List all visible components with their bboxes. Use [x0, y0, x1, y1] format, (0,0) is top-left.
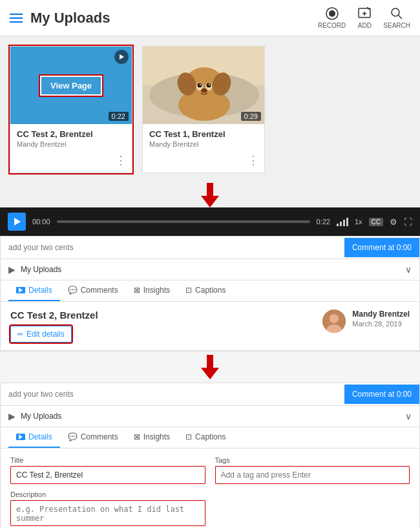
tab-comments-2[interactable]: 💬 Comments [60, 427, 126, 448]
edit-form-panel: Title Description Tags [1, 449, 419, 528]
speed-control[interactable]: 1x [355, 218, 362, 226]
comment-button-2[interactable]: Comment at 0:00 [344, 385, 419, 404]
comment-input-row-1: Comment at 0:00 [1, 237, 419, 259]
more-options-2[interactable]: ⋮ [247, 153, 259, 167]
svg-point-6 [392, 8, 399, 16]
tab-play-icon-1 [16, 287, 25, 293]
folder-row-1: ▶ My Uploads ∨ [1, 259, 419, 280]
form-row-main: Title Description Tags [10, 456, 410, 528]
play-button[interactable] [8, 213, 26, 231]
details-right-1: Mandy Brentzel March 28, 2019 [322, 310, 410, 333]
add-button[interactable]: ADD [357, 6, 372, 29]
details-panel-1: CC Test 2, Brentzel ✏ Edit details Mandy… [1, 302, 419, 351]
thumb-title-1: CC Test 2, Brentzel [17, 129, 125, 139]
header: My Uploads RECORD ADD SEARCH [0, 0, 420, 36]
arrow-1 [0, 183, 420, 207]
thumbnail-image-1: View Page 0:22 [10, 47, 132, 124]
arrow-2 [0, 352, 420, 383]
tab-captions-1[interactable]: ⊡ Captions [178, 280, 233, 301]
comment-section-2: Comment at 0:00 ▶ My Uploads ∨ Details 💬… [0, 383, 420, 528]
tab-insights-1[interactable]: ⊠ Insights [126, 280, 178, 301]
svg-point-22 [201, 89, 207, 93]
description-field: Description [10, 491, 205, 528]
pencil-icon: ✏ [17, 330, 23, 339]
comment-input-1[interactable] [1, 237, 344, 259]
time-total: 0:22 [317, 218, 330, 226]
svg-point-25 [330, 314, 339, 323]
tabs-row-1: Details 💬 Comments ⊠ Insights ⊡ Captions [1, 280, 419, 302]
play-icon-1 [114, 50, 129, 64]
svg-point-19 [207, 83, 211, 88]
volume-icon [337, 217, 348, 226]
comment-button-1[interactable]: Comment at 0:00 [344, 238, 419, 257]
progress-bar[interactable] [57, 220, 310, 223]
tags-field: Tags [215, 456, 410, 484]
time-current: 00:00 [32, 218, 50, 226]
svg-marker-27 [19, 434, 23, 439]
thumbnail-image-2: 0:29 [143, 47, 264, 124]
title-field: Title [10, 456, 205, 484]
svg-marker-8 [120, 54, 124, 59]
tab-comments-1[interactable]: 💬 Comments [60, 280, 126, 301]
avatar-image [322, 310, 346, 333]
tab-details-2[interactable]: Details [8, 427, 60, 448]
chevron-down-2[interactable]: ∨ [405, 411, 412, 421]
comment-bubble-icon-1: 💬 [68, 286, 78, 295]
chevron-down-1[interactable]: ∨ [405, 264, 412, 275]
comment-input-row-2: Comment at 0:00 [1, 383, 419, 406]
thumbnail-card-2[interactable]: 0:29 CC Test 1, Brentzel Mandy Brentzel … [142, 46, 265, 173]
comment-input-2[interactable] [1, 383, 344, 405]
details-author-block-1: Mandy Brentzel March 28, 2019 [352, 310, 410, 328]
tabs-row-2: Details 💬 Comments ⊠ Insights ⊡ Captions [1, 427, 419, 449]
tab-insights-2[interactable]: ⊠ Insights [126, 427, 178, 448]
thumbnail-card-1[interactable]: View Page 0:22 CC Test 2, Brentzel Mandy… [10, 46, 132, 173]
page-title: My Uploads [30, 10, 110, 26]
fullscreen-icon[interactable]: ⛶ [404, 217, 412, 227]
thumb-info-1: CC Test 2, Brentzel Mandy Brentzel [10, 124, 132, 153]
thumbnails-section: View Page 0:22 CC Test 2, Brentzel Mandy… [0, 36, 420, 183]
form-col-left: Title Description [10, 456, 205, 528]
captions-icon-1: ⊡ [185, 286, 192, 295]
record-button[interactable]: RECORD [318, 6, 346, 29]
insights-icon-2: ⊠ [134, 432, 140, 441]
settings-icon[interactable]: ⚙ [390, 217, 397, 227]
title-input[interactable] [10, 466, 205, 484]
thumb-footer-2: ⋮ [143, 153, 264, 173]
svg-point-21 [209, 84, 210, 85]
add-icon [357, 6, 372, 21]
comment-section-1: Comment at 0:00 ▶ My Uploads ∨ Details 💬… [0, 236, 420, 352]
description-label: Description [10, 491, 205, 498]
thumb-title-2: CC Test 1, Brentzel [149, 129, 258, 139]
folder-row-2: ▶ My Uploads ∨ [1, 406, 419, 427]
view-page-button[interactable]: View Page [40, 76, 102, 96]
comment-bubble-icon-2: 💬 [68, 432, 78, 441]
details-left-1: CC Test 2, Brentzel ✏ Edit details [10, 310, 98, 343]
avatar-1 [322, 310, 346, 333]
play-triangle-icon [14, 218, 21, 226]
description-input[interactable] [10, 500, 205, 526]
form-col-right: Tags [215, 456, 410, 528]
tab-details-1[interactable]: Details [8, 280, 60, 301]
more-options-1[interactable]: ⋮ [115, 153, 127, 167]
hamburger-menu[interactable] [10, 14, 23, 23]
search-icon [390, 6, 404, 21]
tab-captions-2[interactable]: ⊡ Captions [178, 427, 233, 448]
insights-icon-1: ⊠ [134, 286, 140, 295]
cc-button[interactable]: CC [369, 218, 383, 226]
svg-point-20 [200, 84, 201, 85]
thumb-footer-1: ⋮ [10, 153, 132, 173]
header-actions: RECORD ADD SEARCH [318, 6, 410, 29]
svg-point-18 [198, 83, 202, 88]
search-button[interactable]: SEARCH [383, 6, 410, 29]
svg-point-1 [329, 10, 335, 17]
duration-badge-1: 0:22 [109, 112, 129, 121]
duration-badge-2: 0:29 [241, 112, 261, 121]
folder-label-2: ▶ My Uploads [8, 411, 61, 421]
edit-details-button[interactable]: ✏ Edit details [10, 326, 72, 343]
record-icon [325, 6, 339, 21]
thumb-author-1: Mandy Brentzel [17, 140, 125, 148]
details-video-title-1: CC Test 2, Brentzel [10, 310, 98, 321]
folder-icon-2: ▶ [8, 411, 16, 421]
details-date-1: March 28, 2019 [352, 320, 410, 328]
tags-input[interactable] [215, 466, 410, 484]
